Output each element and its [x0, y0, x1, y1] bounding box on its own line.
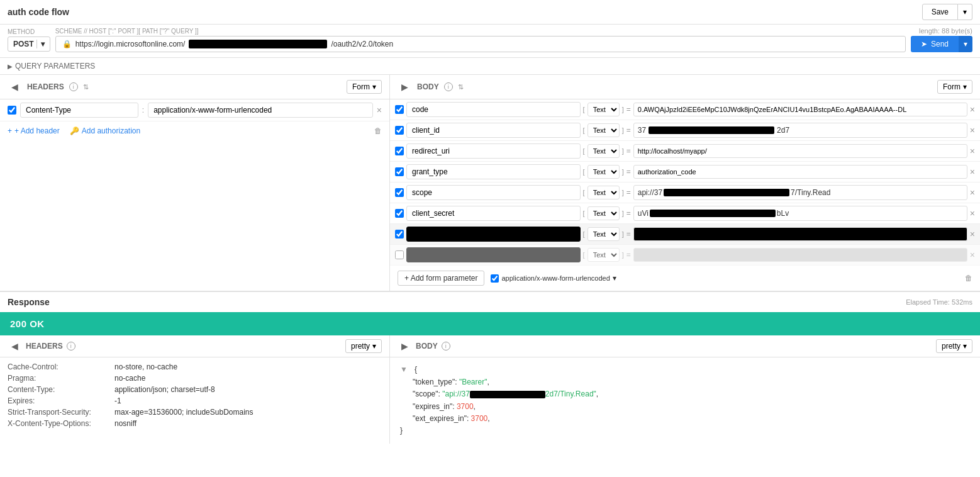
- resp-headers-pretty-label: pretty: [351, 342, 370, 351]
- body-checkbox-code[interactable]: [395, 105, 404, 114]
- headers-form-chevron: ▾: [372, 82, 376, 91]
- header-row: : ×: [0, 99, 389, 121]
- body-value-client-secret: uVi bLv: [633, 206, 967, 221]
- resp-header-key: Expires:: [8, 396, 114, 405]
- body-key-client-secret[interactable]: [406, 206, 581, 221]
- headers-collapse-button[interactable]: ◀: [8, 81, 22, 93]
- body-checkbox-client-id[interactable]: [395, 126, 404, 135]
- content-type-checkbox[interactable]: [491, 274, 499, 283]
- send-button[interactable]: ➤ Send: [911, 36, 959, 52]
- body-row-grant-type: [ Text ] = ×: [390, 162, 980, 182]
- method-selector[interactable]: POST ▾: [8, 36, 50, 52]
- body-delete-redirect-uri[interactable]: ×: [970, 146, 975, 156]
- page-title: auth code flow: [8, 7, 917, 17]
- response-body-panel: ▶ BODY i pretty ▾ ▼ { "token_type": "Bea…: [390, 335, 980, 444]
- add-header-button[interactable]: + + Add header: [8, 126, 60, 135]
- resp-body-title: BODY: [416, 342, 438, 351]
- headers-form-label: Form: [352, 82, 370, 91]
- send-dropdown-button[interactable]: ▾: [959, 36, 972, 52]
- body-type-redacted-2[interactable]: Text: [587, 248, 620, 262]
- add-form-param-label: + Add form parameter: [404, 274, 477, 283]
- add-form-param-button[interactable]: + Add form parameter: [398, 271, 484, 286]
- header-checkbox[interactable]: [8, 106, 16, 115]
- body-delete-client-id[interactable]: ×: [970, 125, 975, 135]
- method-dropdown-icon[interactable]: ▾: [36, 40, 45, 48]
- content-type-chevron: ▾: [613, 274, 616, 283]
- body-key-scope[interactable]: [406, 185, 581, 200]
- url-suffix: /oauth2/v2.0/token: [331, 40, 393, 48]
- resp-headers-title: HEADERS: [26, 342, 63, 351]
- body-type-grant-type[interactable]: Text: [587, 165, 620, 179]
- body-delete-redacted-1[interactable]: ×: [970, 229, 975, 239]
- resp-headers-pretty-chevron: ▾: [372, 342, 376, 351]
- main-split: ◀ HEADERS i ⇅ Form ▾ : × + + Add header: [0, 75, 980, 292]
- body-value-code[interactable]: [633, 103, 967, 116]
- body-key-redirect-uri[interactable]: [406, 143, 581, 159]
- header-delete-button[interactable]: ×: [377, 105, 382, 115]
- resp-body-info-icon[interactable]: i: [442, 342, 450, 351]
- body-delete-grant-type[interactable]: ×: [970, 167, 975, 177]
- body-checkbox-client-secret[interactable]: [395, 209, 404, 218]
- body-info-icon[interactable]: i: [444, 82, 453, 91]
- url-bar[interactable]: 🔒 https://login.microsoftonline.com/ /oa…: [55, 36, 906, 52]
- headers-trash-button[interactable]: 🗑: [374, 126, 382, 135]
- body-type-client-secret[interactable]: Text: [587, 206, 620, 220]
- header-value-input[interactable]: [148, 103, 373, 118]
- resp-body-section-header: ▶ BODY i pretty ▾: [390, 335, 980, 357]
- headers-title: HEADERS: [27, 82, 64, 91]
- save-dropdown-button[interactable]: ▾: [958, 4, 972, 20]
- resp-body-pretty-chevron: ▾: [963, 342, 967, 351]
- header-key-input[interactable]: [20, 103, 138, 118]
- body-key-client-id[interactable]: [406, 123, 581, 138]
- body-type-scope[interactable]: Text: [587, 186, 620, 199]
- body-key-code[interactable]: [406, 102, 581, 117]
- body-value-grant-type[interactable]: [633, 165, 967, 179]
- json-tree-toggle[interactable]: ▼: [400, 365, 408, 374]
- response-title: Response: [8, 297, 50, 307]
- body-row-client-secret: [ Text ] = uVi bLv ×: [390, 203, 980, 224]
- body-checkbox-grant-type[interactable]: [395, 167, 404, 176]
- body-sort-icon[interactable]: ⇅: [458, 83, 464, 91]
- headers-panel: ◀ HEADERS i ⇅ Form ▾ : × + + Add header: [0, 75, 390, 291]
- body-key-grant-type[interactable]: [406, 164, 581, 179]
- resp-headers-pretty-button[interactable]: pretty ▾: [345, 339, 382, 353]
- body-checkbox-redirect-uri[interactable]: [395, 147, 404, 155]
- resp-body-pretty-button[interactable]: pretty ▾: [936, 339, 972, 353]
- body-checkbox-redacted-1[interactable]: [395, 230, 404, 239]
- resp-headers-collapse-button[interactable]: ◀: [8, 340, 22, 352]
- query-params-toggle[interactable]: ▶ QUERY PARAMETERS: [0, 58, 980, 75]
- headers-form-button[interactable]: Form ▾: [347, 80, 382, 94]
- body-type-code[interactable]: Text: [587, 103, 620, 116]
- resp-header-key: Content-Type:: [8, 385, 114, 394]
- client-secret-redacted: [650, 210, 776, 217]
- body-key-redacted-2: [406, 247, 581, 262]
- resp-header-sts: Strict-Transport-Security: max-age=31536…: [8, 408, 382, 417]
- plus-icon: +: [8, 126, 12, 135]
- body-type-client-id[interactable]: Text: [587, 123, 620, 137]
- resp-header-val: no-cache: [114, 374, 382, 383]
- top-bar: auth code flow Save ▾: [0, 0, 980, 25]
- headers-info-icon[interactable]: i: [69, 82, 78, 91]
- body-delete-scope[interactable]: ×: [970, 188, 975, 198]
- body-type-redirect-uri[interactable]: Text: [587, 144, 620, 158]
- body-value-redirect-uri[interactable]: [633, 144, 967, 158]
- resp-headers-info-icon[interactable]: i: [67, 342, 75, 351]
- body-checkbox-scope[interactable]: [395, 188, 404, 197]
- method-label: METHOD: [8, 28, 50, 35]
- headers-sort-icon[interactable]: ⇅: [83, 83, 89, 91]
- send-label: Send: [931, 40, 949, 48]
- body-checkbox-redacted-2[interactable]: [395, 250, 404, 259]
- body-delete-redacted-2[interactable]: ×: [970, 250, 975, 260]
- body-delete-code[interactable]: ×: [970, 104, 975, 115]
- add-authorization-button[interactable]: 🔑 Add authorization: [70, 126, 140, 135]
- body-type-redacted-1[interactable]: Text: [587, 227, 620, 241]
- save-button[interactable]: Save: [922, 4, 958, 20]
- content-type-check[interactable]: application/x-www-form-urlencoded ▾: [491, 274, 616, 283]
- body-collapse-button[interactable]: ▶: [398, 81, 412, 93]
- key-icon: 🔑: [70, 126, 79, 135]
- resp-body-collapse-button[interactable]: ▶: [398, 340, 412, 352]
- body-delete-client-secret[interactable]: ×: [970, 208, 975, 218]
- body-form-button[interactable]: Form ▾: [937, 80, 972, 94]
- body-trash-button[interactable]: 🗑: [965, 274, 972, 283]
- response-split: ◀ HEADERS i pretty ▾ Cache-Control: no-s…: [0, 335, 980, 444]
